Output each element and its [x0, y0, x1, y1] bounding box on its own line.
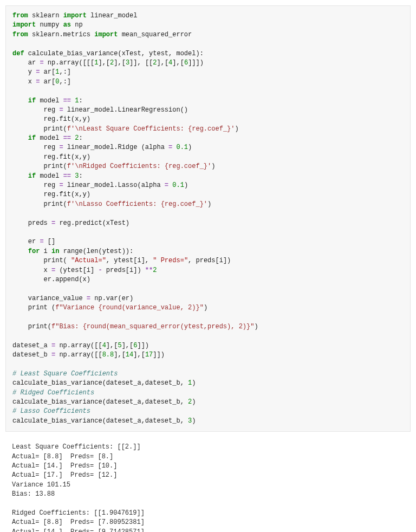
output-line: Ridged Coefficients: [[1.9047619]] [12, 509, 145, 517]
output-line: Actual= [8.8] Preds= [8.] [12, 453, 113, 460]
output-line: Actual= [17.] Preds= [12.] [12, 471, 117, 479]
output-line: Actual= [14.] Preds= [9.71428571] [12, 528, 145, 532]
output-line: Actual= [14.] Preds= [10.] [12, 462, 117, 470]
comment: # Ridged Coefficients [12, 389, 94, 397]
comment: # Least Square Coefficients [12, 370, 118, 378]
output-line: Least Square Coefficients: [[2.]] [12, 443, 141, 451]
comment: # Lasso Coefficients [12, 407, 90, 415]
output-line: Variance 101.15 [12, 481, 70, 489]
output-line: Actual= [8.8] Preds= [7.80952381] [12, 518, 145, 526]
keyword-from: from [12, 12, 28, 20]
code-block: from sklearn import linear_model import … [5, 5, 411, 432]
output-line: Bias: 13.88 [12, 490, 55, 498]
output-block: Least Square Coefficients: [[2.]] Actual… [5, 437, 411, 532]
